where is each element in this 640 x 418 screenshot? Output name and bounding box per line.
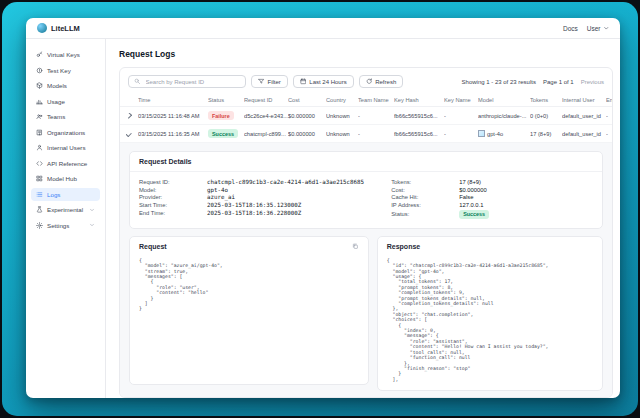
column-header: Model xyxy=(478,97,530,103)
user-menu-label: User xyxy=(587,25,601,32)
cell-country: Unknown xyxy=(326,113,358,119)
test-key-icon xyxy=(36,67,43,74)
time-range-button[interactable]: Last 24 Hours xyxy=(293,75,354,88)
page-indicator: Page 1 of 1 xyxy=(543,79,574,85)
logs-table-header: TimeStatusRequest IDCostCountryTeam Name… xyxy=(120,94,612,107)
request-details-card: Request Details Request ID:chatcmpl-c899… xyxy=(129,151,603,229)
cell-team-name: - xyxy=(358,131,394,137)
column-header: End User xyxy=(606,97,613,103)
logs-panel: Filter Last 24 Hours Refresh Showing 1 -… xyxy=(119,67,613,398)
sidebar-item-usage[interactable]: Usage xyxy=(31,95,100,108)
cell-end-user: - xyxy=(606,113,613,119)
detail-value: 127.0.0.1 xyxy=(459,202,483,208)
table-row[interactable]: 03/15/2025 11:16:35 AMSuccesschatcmpl-c8… xyxy=(120,125,612,143)
cell-tokens: 0 (0+0) xyxy=(530,113,562,119)
table-row[interactable]: 03/15/2025 11:16:48 AMFailured5c26ce4-e3… xyxy=(120,107,612,125)
column-header: Time xyxy=(138,97,208,103)
detail-label: Tokens: xyxy=(391,179,459,185)
top-navbar: LiteLLM Docs User xyxy=(26,18,620,39)
request-panel: Request { "model": "azure_ai/gpt-4o", "s… xyxy=(129,236,369,385)
sidebar-item-label: Test Key xyxy=(47,67,71,74)
sidebar-item-label: Internal Users xyxy=(47,144,86,151)
brand: LiteLLM xyxy=(37,23,80,33)
detail-value: $0.000000 xyxy=(459,187,486,193)
sidebar-item-api-reference[interactable]: API Reference xyxy=(31,157,100,170)
sidebar-item-label: Logs xyxy=(47,191,60,198)
cell-key-name: - xyxy=(444,113,478,119)
detail-row: Model:gpt-4o xyxy=(139,187,391,193)
detail-label: End Time: xyxy=(139,210,207,216)
cell-status: Success xyxy=(208,129,244,138)
detail-row: Provider:azure_ai xyxy=(139,194,391,200)
code-panels: Request { "model": "azure_ai/gpt-4o", "s… xyxy=(129,236,603,391)
status-badge: Success xyxy=(208,129,238,138)
sidebar-item-label: API Reference xyxy=(47,160,87,167)
sidebar-item-organizations[interactable]: Organizations xyxy=(31,126,100,139)
docs-link[interactable]: Docs xyxy=(563,25,578,32)
row-expander[interactable] xyxy=(126,131,138,137)
sidebar-item-settings[interactable]: Settings xyxy=(31,219,100,232)
sidebar-item-label: Usage xyxy=(47,98,65,105)
search-input[interactable] xyxy=(144,78,241,86)
details-left: Request ID:chatcmpl-c899c1b3-ca2e-4214-a… xyxy=(139,177,391,221)
cell-team-name: - xyxy=(358,113,394,119)
details-right: Tokens:17 (8+9)Cost:$0.000000Cache Hit:F… xyxy=(391,177,593,221)
copy-icon[interactable] xyxy=(352,243,359,250)
cell-cost: $0.000000 xyxy=(288,131,326,137)
detail-label: Cost: xyxy=(391,187,459,193)
sidebar-nav: Virtual KeysTest KeyModelsUsageTeamsOrga… xyxy=(26,39,106,398)
column-header: Key Name xyxy=(444,97,478,103)
column-header: Request ID xyxy=(244,97,288,103)
results-count: Showing 1 - 23 of 23 results xyxy=(462,79,536,85)
sidebar-item-logs[interactable]: Logs xyxy=(31,188,100,201)
chevron-down-icon xyxy=(603,25,610,32)
usage-icon xyxy=(36,98,43,105)
cell-internal-user: default_user_id xyxy=(562,113,606,119)
sidebar-item-experimental[interactable]: Experimental xyxy=(31,203,100,216)
detail-value: 17 (8+9) xyxy=(459,179,481,185)
filter-button-label: Filter xyxy=(268,79,281,85)
internal-users-icon xyxy=(36,144,43,151)
chevron-down-icon xyxy=(89,207,95,213)
detail-row: End Time:2025-03-15T18:16:36.228000Z xyxy=(139,210,391,216)
sidebar-item-internal-users[interactable]: Internal Users xyxy=(31,141,100,154)
sidebar-item-teams[interactable]: Teams xyxy=(31,110,100,123)
models-icon xyxy=(36,82,43,89)
key-icon xyxy=(36,51,43,58)
search-input-wrapper[interactable] xyxy=(128,75,246,88)
app-window: LiteLLM Docs User Virtual KeysTest KeyMo… xyxy=(26,18,620,398)
user-menu[interactable]: User xyxy=(587,25,609,32)
detail-row: Request ID:chatcmpl-c899c1b3-ca2e-4214-a… xyxy=(139,179,391,185)
request-details-body: Request ID:chatcmpl-c899c1b3-ca2e-4214-a… xyxy=(130,172,602,228)
previous-page-button[interactable]: Previous xyxy=(581,79,604,85)
organizations-icon xyxy=(36,129,43,136)
sidebar-item-label: Models xyxy=(47,82,67,89)
brand-name: LiteLLM xyxy=(51,24,80,33)
status-badge: Success xyxy=(459,210,489,219)
sidebar-item-label: Experimental xyxy=(47,206,83,213)
cell-model: anthropic/claude-... xyxy=(478,113,530,119)
row-expander[interactable] xyxy=(126,113,138,119)
cell-key-name: - xyxy=(444,131,478,137)
cell-time: 03/15/2025 11:16:48 AM xyxy=(138,113,208,119)
sidebar-item-label: Teams xyxy=(47,113,65,120)
expanded-row-details: Request Details Request ID:chatcmpl-c899… xyxy=(120,143,612,397)
detail-value: False xyxy=(459,194,473,200)
sidebar-item-models[interactable]: Models xyxy=(31,79,100,92)
refresh-button[interactable]: Refresh xyxy=(359,75,404,88)
response-panel-title: Response xyxy=(387,243,420,250)
detail-label: Cache Hit: xyxy=(391,194,459,200)
logs-table-body: 03/15/2025 11:16:48 AMFailured5c26ce4-e3… xyxy=(120,107,612,143)
detail-row: Status:Success xyxy=(391,210,593,219)
sidebar-item-model-hub[interactable]: Model Hub xyxy=(31,172,100,185)
sidebar-item-virtual-keys[interactable]: Virtual Keys xyxy=(31,48,100,61)
detail-label: Request ID: xyxy=(139,179,207,185)
sidebar-item-test-key[interactable]: Test Key xyxy=(31,64,100,77)
refresh-button-label: Refresh xyxy=(375,79,396,85)
pagination: Showing 1 - 23 of 23 results Page 1 of 1… xyxy=(462,79,604,85)
column-header: Tokens xyxy=(530,97,562,103)
detail-value: gpt-4o xyxy=(207,187,228,193)
filter-button[interactable]: Filter xyxy=(251,75,288,88)
litellm-logo-icon xyxy=(37,23,47,33)
filter-icon xyxy=(258,78,265,85)
